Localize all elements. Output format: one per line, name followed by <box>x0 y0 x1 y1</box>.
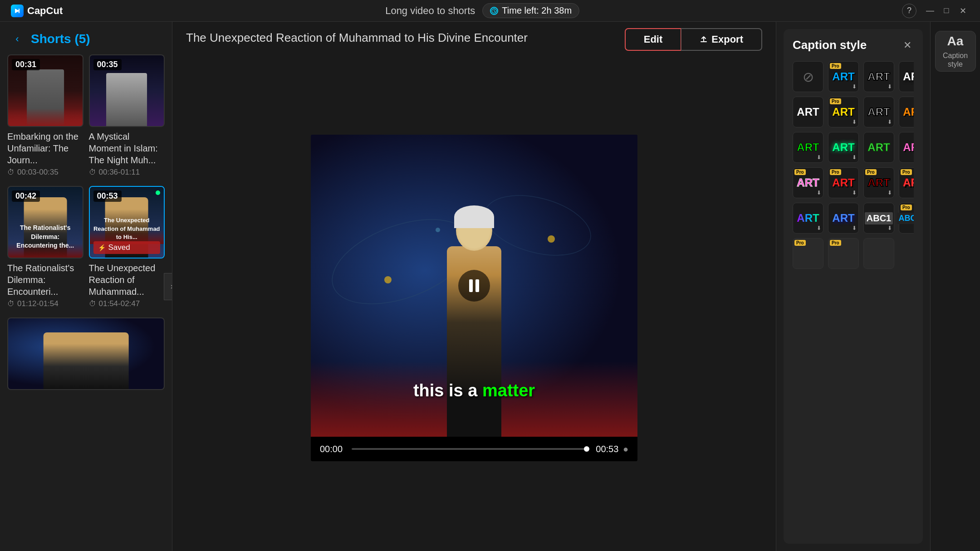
export-button[interactable]: Export <box>681 28 762 51</box>
video-row-2: 00:42 The Rationalist's Dilemma: Encount… <box>7 186 165 308</box>
style-item-art-shadow[interactable]: ART ⬇ <box>899 61 914 92</box>
clock-icon: ⏱ <box>7 300 15 308</box>
panel-header: Caption style ✕ <box>793 38 914 52</box>
minimize-button[interactable]: — <box>924 5 936 17</box>
svg-rect-0 <box>19 9 20 13</box>
video-time: ⏱ 00:36-01:11 <box>89 168 165 177</box>
time-range: 00:03-00:35 <box>17 168 59 177</box>
pro-badge: Pro <box>901 169 912 175</box>
download-icon: ⬇ <box>817 225 821 231</box>
saved-badge: ⚡ Saved <box>93 241 161 254</box>
style-item-art-blue[interactable]: Pro ART ⬇ <box>828 61 859 92</box>
close-panel-button[interactable]: ✕ <box>901 39 914 52</box>
style-item-none[interactable]: ⊘ <box>793 61 823 92</box>
style-item-art-rainbow[interactable]: ART ⬇ <box>793 203 823 234</box>
style-text: ART <box>797 212 819 224</box>
none-icon: ⊘ <box>803 69 814 85</box>
sidebar-header: ‹ Shorts (5) <box>0 22 172 54</box>
caption-text: this is a <box>413 381 482 400</box>
video-controls: 00:00 00:53 ● <box>311 437 637 461</box>
thumb-bg <box>8 318 164 389</box>
pro-badge: Pro <box>830 63 841 69</box>
style-item-bottom3[interactable] <box>863 238 894 269</box>
titlebar-right: ? — □ ✕ <box>902 4 969 18</box>
sidebar-collapse-button[interactable]: › <box>164 273 172 300</box>
video-label: A Mystical Moment in Islam: The Night Mu… <box>89 131 165 166</box>
maximize-button[interactable]: □ <box>940 5 953 17</box>
style-grid: ⊘ Pro ART ⬇ ART ⬇ ART ⬇ <box>793 61 914 269</box>
style-item-art-pink-pro1[interactable]: Pro ART ⬇ <box>793 167 823 198</box>
style-item-bottom1[interactable]: Pro <box>793 238 823 269</box>
video-row-3 <box>7 317 165 394</box>
video-thumb: 00:31 <box>7 54 83 127</box>
time-range: 01:54-02:47 <box>99 299 140 308</box>
logo-icon <box>11 5 24 17</box>
style-item-art-blue2[interactable]: ART ⬇ <box>828 203 859 234</box>
time-current: 00:00 <box>320 444 343 454</box>
style-item-art-yellow[interactable]: Pro ART ⬇ <box>828 97 859 127</box>
style-text: ART <box>832 176 854 189</box>
list-item[interactable]: 00:31 Embarking on the Unfamiliar: The J… <box>7 54 83 177</box>
style-item-art-plain[interactable]: ART <box>793 97 823 127</box>
edit-button[interactable]: Edit <box>625 28 681 51</box>
style-text: ART <box>867 106 890 118</box>
style-item-art-green2[interactable]: ART ⬇ <box>828 132 859 163</box>
time-badge: Time left: 2h 38m <box>482 3 579 18</box>
list-item[interactable]: 00:42 The Rationalist's Dilemma: Encount… <box>7 186 83 308</box>
video-thumb: 00:42 The Rationalist's Dilemma: Encount… <box>7 186 83 258</box>
time-range: 01:12-01:54 <box>17 299 59 308</box>
style-item-abc123[interactable]: Pro ABC123 ⬇ <box>899 203 914 234</box>
style-item-art-border[interactable]: ART ⬇ <box>863 97 894 127</box>
video-time: ⏱ 01:54-02:47 <box>89 299 165 308</box>
sidebar-list: 00:31 Embarking on the Unfamiliar: The J… <box>0 54 172 551</box>
download-icon: ⬇ <box>887 119 892 125</box>
style-item-art-white[interactable]: ART ⬇ <box>863 61 894 92</box>
caption-style-sidebar-label: Captionstyle <box>943 51 968 68</box>
style-item-art-green1[interactable]: ART ⬇ <box>793 132 823 163</box>
pro-badge: Pro <box>901 205 912 210</box>
pro-badge: Pro <box>830 169 841 175</box>
list-item[interactable]: 00:35 A Mystical Moment in Islam: The Ni… <box>89 54 165 177</box>
caption-overlay: The Rationalist's Dilemma: Encountering … <box>8 224 83 250</box>
style-item-art-red-pro1[interactable]: Pro ART ⬇ <box>828 167 859 198</box>
help-button[interactable]: ? <box>902 4 916 18</box>
clock-icon: ⏱ <box>7 168 15 176</box>
caption-style-inner: Caption style ✕ ⊘ Pro ART ⬇ ART ⬇ <box>784 29 923 544</box>
time-total: 00:53 ● <box>596 444 628 454</box>
style-text: ART <box>832 106 854 118</box>
pro-badge: Pro <box>830 240 841 246</box>
download-icon: ⬇ <box>852 154 857 161</box>
style-item-art-orange[interactable]: ART ⬇ <box>899 97 914 127</box>
duration-badge: 00:53 <box>93 190 122 202</box>
style-item-abc1[interactable]: ABC1 ⬇ <box>863 203 894 234</box>
pause-bar-right <box>475 279 479 292</box>
style-item-bottom2[interactable]: Pro <box>828 238 859 269</box>
style-item-art-red-pro3[interactable]: Pro ART ⬇ <box>899 167 914 198</box>
style-text: ART <box>797 176 819 189</box>
caption-highlight: matter <box>482 381 535 400</box>
style-text: ART <box>867 70 890 83</box>
download-icon: ⬇ <box>887 225 892 231</box>
close-button[interactable]: ✕ <box>956 5 969 17</box>
back-button[interactable]: ‹ <box>9 31 25 47</box>
style-item-art-green3[interactable]: ART <box>863 132 894 163</box>
style-item-art-pink[interactable]: ART <box>899 132 914 163</box>
list-item[interactable] <box>7 317 165 394</box>
download-icon: ⬇ <box>852 119 857 125</box>
list-item[interactable]: 00:53 The Unexpected Reaction of Muhamma… <box>89 186 165 308</box>
download-icon: ⬇ <box>887 190 892 196</box>
style-text: ART <box>832 141 854 154</box>
style-text: ART <box>903 106 914 118</box>
pro-badge: Pro <box>865 169 877 175</box>
sidebar-title: Shorts (5) <box>31 32 90 46</box>
pause-icon <box>469 279 479 292</box>
caption-style-sidebar-button[interactable]: Aa Captionstyle <box>935 31 976 72</box>
pause-bar-left <box>469 279 473 292</box>
pause-button[interactable] <box>458 270 490 302</box>
caption-style-panel: Caption style ✕ ⊘ Pro ART ⬇ ART ⬇ <box>776 22 930 551</box>
video-time: ⏱ 01:12-01:54 <box>7 299 83 308</box>
duration-badge: 00:35 <box>93 59 122 70</box>
download-icon: ⬇ <box>852 190 857 196</box>
progress-bar[interactable] <box>352 448 587 450</box>
style-item-art-red-pro2[interactable]: Pro ART ⬇ <box>863 167 894 198</box>
